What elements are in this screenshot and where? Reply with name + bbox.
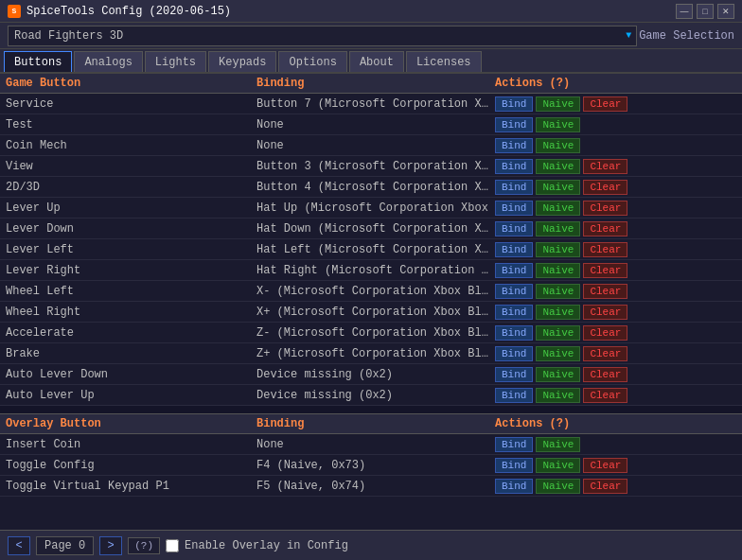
naive-button[interactable]: Naive xyxy=(536,325,580,341)
naive-button[interactable]: Naive xyxy=(536,138,580,153)
tab-keypads[interactable]: Keypads xyxy=(208,51,276,72)
bind-button[interactable]: Bind xyxy=(495,180,533,195)
tab-about[interactable]: About xyxy=(349,51,404,72)
help-button[interactable]: (?) xyxy=(128,537,160,554)
row-binding: Z+ (Microsoft Corporation Xbox Blue xyxy=(256,347,495,360)
bind-button[interactable]: Bind xyxy=(495,388,533,403)
bind-button[interactable]: Bind xyxy=(495,284,533,299)
game-dropdown[interactable]: Road Fighters 3D xyxy=(8,26,637,46)
overlay-binding-col-header: Binding xyxy=(256,417,495,430)
row-actions: Bind Naive Clear xyxy=(495,201,736,216)
overlay-actions-col-header: Actions (?) xyxy=(495,417,736,430)
table-row: Auto Lever Down Device missing (0x2) Bin… xyxy=(0,364,742,385)
clear-button[interactable]: Clear xyxy=(583,479,627,494)
naive-button[interactable]: Naive xyxy=(536,221,580,236)
bind-button[interactable]: Bind xyxy=(495,96,533,112)
row-binding: None xyxy=(256,139,495,152)
clear-button[interactable]: Clear xyxy=(583,346,627,361)
row-actions: Bind Naive xyxy=(495,138,736,153)
row-binding: Device missing (0x2) xyxy=(256,368,495,381)
row-binding: Button 4 (Microsoft Corporation Xbc xyxy=(256,181,495,194)
naive-button[interactable]: Naive xyxy=(536,159,580,174)
tab-analogs[interactable]: Analogs xyxy=(74,51,142,72)
naive-button[interactable]: Naive xyxy=(536,96,580,112)
clear-button[interactable]: Clear xyxy=(583,159,627,174)
row-actions: Bind Naive Clear xyxy=(495,242,736,257)
clear-button[interactable]: Clear xyxy=(583,284,627,299)
clear-button[interactable]: Clear xyxy=(583,367,627,382)
table-row: Insert Coin None Bind Naive xyxy=(0,434,742,455)
minimize-button[interactable]: — xyxy=(676,4,693,19)
close-button[interactable]: ✕ xyxy=(717,4,734,19)
row-name: Test xyxy=(6,118,256,131)
clear-button[interactable]: Clear xyxy=(583,201,627,216)
naive-button[interactable]: Naive xyxy=(536,263,580,278)
bind-button[interactable]: Bind xyxy=(495,437,533,452)
row-binding: Hat Right (Microsoft Corporation Xb xyxy=(256,264,495,277)
naive-button[interactable]: Naive xyxy=(536,305,580,320)
row-actions: Bind Naive Clear xyxy=(495,346,736,361)
next-page-button[interactable]: > xyxy=(99,536,122,555)
tab-options[interactable]: Options xyxy=(278,51,346,72)
bind-button[interactable]: Bind xyxy=(495,367,533,382)
row-binding: Button 7 (Microsoft Corporation Xbc xyxy=(256,97,495,111)
bind-button[interactable]: Bind xyxy=(495,117,533,132)
bind-button[interactable]: Bind xyxy=(495,159,533,174)
row-actions: Bind Naive Clear xyxy=(495,388,736,403)
row-binding: X- (Microsoft Corporation Xbox Blue xyxy=(256,285,495,298)
overlay-buttons-header: Overlay Button Binding Actions (?) xyxy=(0,413,742,434)
row-actions: Bind Naive Clear xyxy=(495,96,736,112)
clear-button[interactable]: Clear xyxy=(583,325,627,341)
naive-button[interactable]: Naive xyxy=(536,346,580,361)
bind-button[interactable]: Bind xyxy=(495,458,533,473)
row-actions: Bind Naive Clear xyxy=(495,284,736,299)
tab-buttons[interactable]: Buttons xyxy=(4,51,72,72)
bind-button[interactable]: Bind xyxy=(495,201,533,216)
naive-button[interactable]: Naive xyxy=(536,180,580,195)
bind-button[interactable]: Bind xyxy=(495,479,533,494)
naive-button[interactable]: Naive xyxy=(536,242,580,257)
naive-button[interactable]: Naive xyxy=(536,458,580,473)
section-divider xyxy=(0,406,742,413)
row-actions: Bind Naive Clear xyxy=(495,325,736,341)
clear-button[interactable]: Clear xyxy=(583,221,627,236)
row-name: Toggle Config xyxy=(6,459,256,472)
row-binding: F4 (Naive, 0x73) xyxy=(256,459,495,472)
bind-button[interactable]: Bind xyxy=(495,242,533,257)
row-name: Wheel Right xyxy=(6,306,256,319)
bind-button[interactable]: Bind xyxy=(495,263,533,278)
bind-button[interactable]: Bind xyxy=(495,305,533,320)
row-name: Lever Right xyxy=(6,264,256,277)
row-actions: Bind Naive Clear xyxy=(495,458,736,473)
naive-button[interactable]: Naive xyxy=(536,388,580,403)
row-binding: Hat Up (Microsoft Corporation Xbox xyxy=(256,201,495,215)
bind-button[interactable]: Bind xyxy=(495,138,533,153)
table-row: Brake Z+ (Microsoft Corporation Xbox Blu… xyxy=(0,343,742,364)
window-title: SpiceTools Config (2020-06-15) xyxy=(26,5,231,18)
prev-page-button[interactable]: < xyxy=(8,536,30,555)
naive-button[interactable]: Naive xyxy=(536,284,580,299)
naive-button[interactable]: Naive xyxy=(536,479,580,494)
clear-button[interactable]: Clear xyxy=(583,180,627,195)
clear-button[interactable]: Clear xyxy=(583,263,627,278)
naive-button[interactable]: Naive xyxy=(536,367,580,382)
maximize-button[interactable]: □ xyxy=(697,4,714,19)
naive-button[interactable]: Naive xyxy=(536,201,580,216)
clear-button[interactable]: Clear xyxy=(583,305,627,320)
tab-lights[interactable]: Lights xyxy=(145,51,206,72)
clear-button[interactable]: Clear xyxy=(583,388,627,403)
row-name: 2D/3D xyxy=(6,181,256,194)
clear-button[interactable]: Clear xyxy=(583,242,627,257)
row-binding: Z- (Microsoft Corporation Xbox Blue xyxy=(256,326,495,340)
naive-button[interactable]: Naive xyxy=(536,437,580,452)
naive-button[interactable]: Naive xyxy=(536,117,580,132)
row-binding: Hat Left (Microsoft Corporation Xbc xyxy=(256,243,495,256)
bind-button[interactable]: Bind xyxy=(495,325,533,341)
clear-button[interactable]: Clear xyxy=(583,458,627,473)
bind-button[interactable]: Bind xyxy=(495,221,533,236)
row-name: Wheel Left xyxy=(6,285,256,298)
tab-licenses[interactable]: Licenses xyxy=(406,51,482,72)
bind-button[interactable]: Bind xyxy=(495,346,533,361)
clear-button[interactable]: Clear xyxy=(583,96,627,112)
overlay-checkbox[interactable] xyxy=(166,539,179,552)
